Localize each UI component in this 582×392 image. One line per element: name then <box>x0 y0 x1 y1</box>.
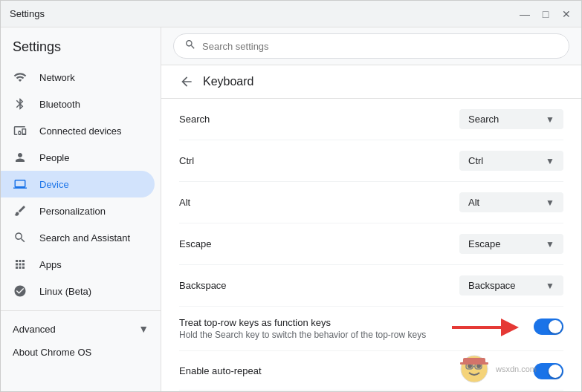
apps-icon <box>13 257 28 272</box>
right-panel: Keyboard Search Search ▼ Ctrl Ctrl <box>161 27 581 391</box>
sidebar-item-search-assistant-label: Search and Assistant <box>39 232 130 244</box>
dropdown-value-escape: Escape <box>468 238 500 249</box>
sidebar-item-network[interactable]: Network <box>1 64 155 91</box>
sidebar-item-network-label: Network <box>39 72 75 83</box>
sidebar-advanced[interactable]: Advanced ▼ <box>1 317 161 341</box>
sidebar-item-connected-devices-label: Connected devices <box>39 125 122 137</box>
sidebar-item-people-label: People <box>39 152 69 163</box>
setting-row-search: Search Search ▼ <box>179 99 563 140</box>
sidebar-item-bluetooth[interactable]: Bluetooth <box>1 91 155 117</box>
search-input[interactable] <box>202 41 558 52</box>
wifi-icon <box>13 70 28 85</box>
person-icon <box>13 150 28 165</box>
sidebar-item-connected-devices[interactable]: Connected devices <box>1 117 155 144</box>
devices-icon <box>13 123 28 138</box>
search-nav-icon <box>13 230 28 245</box>
setting-row-auto-repeat: Enable auto-repeat <box>179 351 563 391</box>
dropdown-arrow-search: ▼ <box>546 114 554 125</box>
setting-dropdown-search[interactable]: Search ▼ <box>459 109 563 129</box>
dropdown-arrow-ctrl: ▼ <box>546 156 554 166</box>
back-button[interactable] <box>179 74 194 89</box>
chevron-down-icon: ▼ <box>138 323 149 335</box>
function-keys-toggle[interactable] <box>534 318 563 335</box>
content-area: Keyboard Search Search ▼ Ctrl Ctrl <box>161 65 581 391</box>
setting-label-auto-repeat: Enable auto-repeat <box>179 365 262 376</box>
setting-row-delay: Delay before repeat Long Short <box>179 391 563 391</box>
setting-label-ctrl: Ctrl <box>179 155 194 166</box>
setting-row-alt: Alt Alt ▼ <box>179 182 563 223</box>
dropdown-value-alt: Alt <box>468 197 479 208</box>
setting-label-escape: Escape <box>179 238 211 249</box>
setting-dropdown-escape[interactable]: Escape ▼ <box>459 234 563 254</box>
close-button[interactable]: ✕ <box>560 8 572 20</box>
setting-row-escape: Escape Escape ▼ <box>179 223 563 265</box>
title-bar: Settings — □ ✕ <box>1 1 581 27</box>
setting-dropdown-ctrl[interactable]: Ctrl ▼ <box>459 151 563 171</box>
sidebar-item-apps[interactable]: Apps <box>1 251 155 278</box>
sidebar-item-personalization[interactable]: Personalization <box>1 197 155 224</box>
setting-label-alt: Alt <box>179 197 190 208</box>
setting-row-backspace: Backspace Backspace ▼ <box>179 265 563 307</box>
sidebar-item-people[interactable]: People <box>1 144 155 171</box>
red-arrow <box>452 316 519 342</box>
setting-label-backspace: Backspace <box>179 280 227 291</box>
sidebar-item-bluetooth-label: Bluetooth <box>39 99 80 110</box>
dropdown-arrow-escape: ▼ <box>546 239 554 249</box>
search-bar <box>173 33 569 59</box>
setting-row-ctrl: Ctrl Ctrl ▼ <box>179 140 563 182</box>
window-title: Settings <box>10 8 45 19</box>
bluetooth-icon <box>13 97 28 111</box>
content-header: Keyboard <box>161 65 581 99</box>
setting-dropdown-backspace[interactable]: Backspace ▼ <box>459 275 563 295</box>
sidebar-advanced-label: Advanced <box>13 324 56 335</box>
auto-repeat-toggle[interactable] <box>534 363 563 379</box>
setting-row-function-keys: Treat top-row keys as function keys Hold… <box>179 307 563 351</box>
dropdown-arrow-backspace: ▼ <box>546 281 554 291</box>
sidebar-item-device[interactable]: Device <box>1 171 155 197</box>
main-layout: Settings Network Bluetooth <box>1 27 581 391</box>
window-controls: — □ ✕ <box>519 8 572 20</box>
sidebar-item-linux-label: Linux (Beta) <box>39 286 91 297</box>
sidebar-header: Settings <box>1 33 161 64</box>
setting-label-search: Search <box>179 114 210 125</box>
sidebar-advanced-left: Advanced <box>13 324 56 335</box>
sidebar: Settings Network Bluetooth <box>1 27 161 391</box>
laptop-icon <box>13 177 28 192</box>
dropdown-value-search: Search <box>468 114 499 125</box>
sidebar-about-label: About Chrome OS <box>13 347 91 358</box>
sidebar-item-linux[interactable]: Linux (Beta) <box>1 278 155 304</box>
restore-button[interactable]: □ <box>540 8 552 20</box>
sidebar-item-apps-label: Apps <box>39 259 62 270</box>
brush-icon <box>13 203 28 218</box>
dropdown-value-ctrl: Ctrl <box>468 155 483 166</box>
dropdown-arrow-alt: ▼ <box>546 197 554 208</box>
sidebar-item-search-assistant[interactable]: Search and Assistant <box>1 224 155 251</box>
sidebar-divider <box>1 310 161 311</box>
sidebar-about[interactable]: About Chrome OS <box>1 341 161 364</box>
setting-dropdown-alt[interactable]: Alt ▼ <box>459 192 563 212</box>
page-title: Keyboard <box>203 75 254 88</box>
sidebar-item-personalization-label: Personalization <box>39 206 106 217</box>
sidebar-item-device-label: Device <box>39 179 69 190</box>
settings-content: Search Search ▼ Ctrl Ctrl ▼ Alt <box>161 99 581 391</box>
dropdown-value-backspace: Backspace <box>468 280 516 291</box>
search-bar-container <box>161 27 581 65</box>
sidebar-title: Settings <box>13 39 61 54</box>
minimize-button[interactable]: — <box>519 8 531 20</box>
linux-icon <box>13 284 28 298</box>
search-icon <box>184 39 196 53</box>
